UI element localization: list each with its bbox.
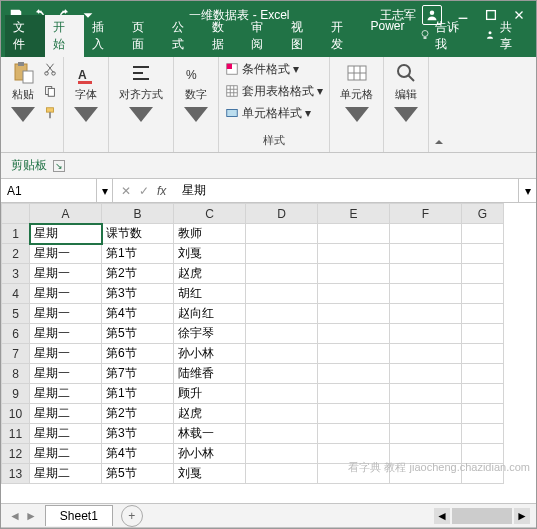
menu-tab-4[interactable]: 公式 — [164, 15, 204, 57]
cell[interactable]: 星期一 — [30, 324, 102, 344]
cell[interactable]: 赵虎 — [174, 404, 246, 424]
cut-button[interactable] — [43, 59, 57, 79]
cell[interactable] — [246, 444, 318, 464]
cell[interactable] — [246, 404, 318, 424]
menu-tab-6[interactable]: 审阅 — [243, 15, 283, 57]
cancel-icon[interactable]: ✕ — [121, 184, 131, 198]
row-header[interactable]: 8 — [2, 364, 30, 384]
cell[interactable]: 第3节 — [102, 424, 174, 444]
cell[interactable] — [390, 344, 462, 364]
select-all-corner[interactable] — [2, 204, 30, 224]
cell[interactable]: 孙小林 — [174, 344, 246, 364]
cell[interactable]: 第2节 — [102, 264, 174, 284]
cell[interactable] — [246, 264, 318, 284]
cell[interactable]: 星期二 — [30, 384, 102, 404]
cell[interactable] — [462, 344, 504, 364]
insert-function-icon[interactable]: fx — [157, 184, 166, 198]
cell[interactable]: 徐宇琴 — [174, 324, 246, 344]
cell[interactable] — [246, 424, 318, 444]
col-header[interactable]: D — [246, 204, 318, 224]
enter-icon[interactable]: ✓ — [139, 184, 149, 198]
cell[interactable] — [246, 244, 318, 264]
name-box-input[interactable] — [7, 184, 67, 198]
font-button[interactable]: A字体 — [70, 59, 102, 130]
scroll-right-icon[interactable]: ► — [514, 508, 530, 524]
col-header[interactable]: E — [318, 204, 390, 224]
cell[interactable] — [390, 284, 462, 304]
name-box[interactable] — [1, 179, 97, 202]
cell[interactable] — [390, 404, 462, 424]
new-sheet-icon[interactable]: + — [121, 505, 143, 527]
scroll-left-icon[interactable]: ◄ — [434, 508, 450, 524]
cell[interactable] — [246, 224, 318, 244]
row-header[interactable]: 6 — [2, 324, 30, 344]
cell[interactable]: 第4节 — [102, 444, 174, 464]
cell[interactable] — [246, 384, 318, 404]
cell[interactable]: 星期二 — [30, 444, 102, 464]
cell[interactable] — [390, 244, 462, 264]
cell[interactable]: 星期一 — [30, 344, 102, 364]
cell[interactable] — [318, 404, 390, 424]
cell[interactable] — [390, 464, 462, 484]
cell[interactable]: 第5节 — [102, 324, 174, 344]
cell-styles-button[interactable]: 单元格样式 ▾ — [225, 103, 323, 123]
cell[interactable]: 陆维香 — [174, 364, 246, 384]
cell[interactable]: 教师 — [174, 224, 246, 244]
cell[interactable] — [390, 264, 462, 284]
col-header[interactable]: C — [174, 204, 246, 224]
cell[interactable] — [318, 384, 390, 404]
cell[interactable] — [318, 444, 390, 464]
cell[interactable]: 第2节 — [102, 404, 174, 424]
row-header[interactable]: 5 — [2, 304, 30, 324]
cell[interactable] — [462, 424, 504, 444]
conditional-formatting-button[interactable]: 条件格式 ▾ — [225, 59, 323, 79]
sheet-tab[interactable]: Sheet1 — [45, 505, 113, 526]
cell[interactable] — [318, 324, 390, 344]
cell[interactable]: 顾升 — [174, 384, 246, 404]
row-header[interactable]: 13 — [2, 464, 30, 484]
menu-tab-0[interactable]: 文件 — [5, 15, 45, 57]
cell[interactable] — [246, 304, 318, 324]
row-header[interactable]: 9 — [2, 384, 30, 404]
cell[interactable]: 第7节 — [102, 364, 174, 384]
cell[interactable] — [390, 384, 462, 404]
scroll-thumb[interactable] — [452, 508, 512, 524]
cell[interactable]: 第6节 — [102, 344, 174, 364]
cell[interactable] — [462, 304, 504, 324]
cell[interactable] — [318, 264, 390, 284]
cell[interactable] — [462, 284, 504, 304]
cell[interactable] — [246, 364, 318, 384]
row-header[interactable]: 7 — [2, 344, 30, 364]
cell[interactable]: 星期一 — [30, 364, 102, 384]
cell[interactable] — [318, 464, 390, 484]
row-header[interactable]: 1 — [2, 224, 30, 244]
sheet-nav-prev-icon[interactable]: ◄ — [9, 509, 21, 523]
cell[interactable] — [462, 324, 504, 344]
cell[interactable] — [390, 424, 462, 444]
cells-button[interactable]: 单元格 — [336, 59, 377, 130]
col-header[interactable]: F — [390, 204, 462, 224]
cell[interactable] — [390, 224, 462, 244]
cell[interactable] — [318, 344, 390, 364]
cell[interactable]: 刘戛 — [174, 464, 246, 484]
row-header[interactable]: 10 — [2, 404, 30, 424]
cell[interactable] — [318, 364, 390, 384]
cell[interactable] — [462, 264, 504, 284]
cell[interactable] — [246, 464, 318, 484]
dialog-launcher-icon[interactable]: ↘ — [53, 160, 65, 172]
col-header[interactable]: A — [30, 204, 102, 224]
cell[interactable] — [462, 364, 504, 384]
menu-tab-1[interactable]: 开始 — [45, 15, 85, 57]
cell[interactable]: 孙小林 — [174, 444, 246, 464]
cell[interactable] — [318, 304, 390, 324]
row-header[interactable]: 3 — [2, 264, 30, 284]
cell[interactable]: 第3节 — [102, 284, 174, 304]
cell[interactable]: 星期一 — [30, 284, 102, 304]
cell[interactable] — [318, 244, 390, 264]
row-header[interactable]: 2 — [2, 244, 30, 264]
copy-button[interactable] — [43, 81, 57, 101]
alignment-button[interactable]: 对齐方式 — [115, 59, 167, 130]
cell[interactable]: 赵虎 — [174, 264, 246, 284]
cell[interactable] — [462, 224, 504, 244]
editing-button[interactable]: 编辑 — [390, 59, 422, 130]
